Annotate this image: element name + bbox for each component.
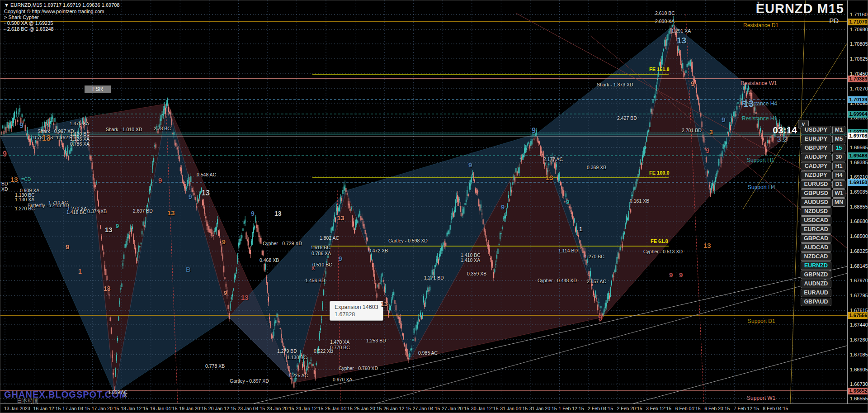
time-tick-label: 24 Jan 12:15 (296, 406, 324, 411)
time-tick-label: 1 Feb 12:15 (558, 406, 584, 411)
indicator-name-line: > Shark Cypher (4, 14, 39, 20)
time-tick-label: 23 Jan 20:15 (267, 406, 294, 411)
symbol-button-gbpcad[interactable]: GBPCAD (801, 234, 831, 243)
timeframe-button-mn[interactable]: MN (832, 198, 845, 207)
symbol-button-eurjpy[interactable]: EURJPY (801, 135, 831, 143)
chart-shift-marker-icon[interactable]: ▼ (756, 0, 760, 5)
price-tick-label: 1.71160 (850, 12, 868, 17)
price-level-badge: 1.69468 (848, 152, 868, 159)
price-tick-label: 1.66730 (850, 381, 868, 387)
time-axis[interactable]: 13 Jan 202316 Jan 12:1517 Jan 04:1517 Ja… (0, 404, 868, 413)
time-tick-label: 31 Jan 04:15 (500, 406, 528, 411)
price-tick-label: 1.67440 (850, 322, 868, 328)
indicator-level-line-1: - 0.500 XA @ 1.69235 (4, 20, 53, 26)
symbol-button-audcad[interactable]: AUDCAD (801, 243, 831, 252)
time-tick-label: 8 Feb 04:15 (763, 406, 788, 411)
symbol-button-audjpy[interactable]: AUDJPY (801, 153, 831, 161)
symbol-button-gbpaud[interactable]: GBPAUD (801, 298, 831, 306)
symbol-button-nzdusd[interactable]: NZDUSD (801, 207, 831, 216)
copyright-line: Copyright © http://www.pointzero-trading… (4, 9, 104, 14)
time-tick-label: 26 Jan 12:15 (383, 406, 411, 411)
price-tick-label: 1.68855 (850, 204, 868, 209)
time-tick-label: 23 Jan 04:15 (237, 406, 265, 411)
symbol-button-audnzd[interactable]: AUDNZD (801, 280, 831, 288)
symbol-button-gbpjpy[interactable]: GBPJPY (801, 144, 831, 152)
symbol-button-nzdjpy[interactable]: NZDJPY (801, 171, 831, 180)
price-tick-label: 1.70625 (850, 56, 868, 62)
timeframe-button-d1[interactable]: D1 (832, 180, 845, 189)
price-tick-label: 1.68500 (850, 233, 868, 239)
symbol-button-eurusd[interactable]: EURUSD (801, 180, 831, 189)
time-tick-label: 2 Feb 20:15 (617, 406, 642, 411)
time-tick-label: 18 Jan 12:15 (121, 406, 148, 411)
time-tick-label: 25 Jan 04:15 (325, 406, 353, 411)
symbol-button-gbpnzd[interactable]: GBPNZD (801, 271, 831, 279)
price-level-badge: 1.69708 (848, 133, 868, 139)
price-tick-label: 1.67085 (850, 352, 868, 357)
timeframe-button-30[interactable]: 30 (832, 153, 845, 161)
symbol-button-nzdcad[interactable]: NZDCAD (801, 252, 831, 261)
candlestick-chart[interactable] (0, 0, 847, 404)
price-tick-label: 1.69035 (850, 189, 868, 195)
time-tick-label: 20 Jan 12:15 (208, 406, 236, 411)
time-tick-label: 13 Jan 2023 (4, 406, 30, 411)
indicator-level-line-2: - 2.618 BC @ 1.69248 (4, 26, 54, 32)
time-tick-label: 6 Feb 04:15 (675, 406, 701, 411)
symbol-watermark: EURNZD M15 (756, 1, 844, 16)
time-tick-label: 2 Feb 04:15 (588, 406, 613, 411)
price-tick-label: 1.70805 (850, 41, 868, 47)
timeframe-button-m1[interactable]: M1 (832, 126, 845, 134)
symbol-button-usdjpy[interactable]: USDJPY (801, 126, 831, 134)
price-tick-label: 1.68325 (850, 248, 868, 254)
chart-title-bar: ▼ EURNZD,M15 1.69717 1.69719 1.69636 1.6… (4, 2, 120, 8)
price-level-badge: 1.66652 (848, 388, 868, 394)
symbol-dropdown-icon[interactable]: ▼ (4, 2, 9, 8)
expansion-tooltip: Expansion 14603 1.67828 (330, 301, 383, 321)
timeframe-button-15[interactable]: 15 (832, 144, 845, 152)
price-level-badge: 1.71070 (848, 19, 868, 25)
time-tick-label: 27 Jan 04:15 (413, 406, 440, 411)
price-tick-label: 1.70270 (850, 86, 868, 91)
price-tick-label: 1.66905 (850, 367, 868, 372)
price-tick-label: 1.68145 (850, 263, 868, 269)
time-tick-label: 19 Jan 04:15 (150, 406, 178, 411)
symbol-button-usdcad[interactable]: USDCAD (801, 216, 831, 225)
candle-countdown-clock: 03:14 (764, 125, 797, 136)
fsr-button[interactable]: FSR (85, 85, 111, 93)
timeframe-button-w1[interactable]: W1 (832, 189, 845, 198)
time-tick-label: 31 Jan 20:15 (529, 406, 557, 411)
symbol-button-cadjpy[interactable]: CADJPY (801, 162, 831, 171)
symbol-button-gbpusd[interactable]: GBPUSD (801, 189, 831, 198)
price-level-badge: 1.69964 (848, 111, 868, 118)
time-tick-label: 27 Jan 20:15 (442, 406, 469, 411)
time-tick-label: 7 Feb 12:15 (734, 406, 759, 411)
timeframe-button-h4[interactable]: H4 (832, 171, 845, 180)
price-level-badge: 1.67556 (848, 312, 868, 319)
period-watermark: PD (829, 17, 839, 24)
time-tick-label: 30 Jan 12:15 (471, 406, 499, 411)
time-tick-label: 17 Jan 20:15 (92, 406, 119, 411)
symbol-button-euraud[interactable]: EURAUD (801, 289, 831, 297)
time-tick-label: 6 Feb 20:15 (704, 406, 730, 411)
price-level-badge: 1.69150 (848, 179, 868, 186)
tooltip-value: 1.67828 (335, 311, 378, 318)
timeframe-button-m5[interactable]: M5 (832, 135, 845, 143)
spread-value: 3.2 (764, 136, 787, 144)
timeframe-button-h1[interactable]: H1 (832, 162, 845, 171)
chart-title-ohlc: EURNZD,M15 1.69717 1.69719 1.69636 1.697… (10, 2, 120, 8)
price-axis[interactable]: 1.711601.709801.708051.706251.704501.702… (847, 0, 868, 404)
price-tick-label: 1.68680 (850, 218, 868, 224)
price-level-badge: 1.70139 (848, 96, 868, 103)
price-tick-label: 1.69565 (850, 145, 868, 150)
symbol-button-audusd[interactable]: AUDUSD (801, 198, 831, 207)
chart-area[interactable] (0, 0, 847, 404)
price-level-badge: 1.70389 (848, 76, 868, 82)
price-tick-label: 1.67260 (850, 337, 868, 342)
symbol-button-eurcad[interactable]: EURCAD (801, 225, 831, 234)
time-tick-label: 3 Feb 12:15 (646, 406, 671, 411)
price-tick-label: 1.67970 (850, 278, 868, 283)
mt4-chart-window: ▼ EURNZD,M15 1.69717 1.69719 1.69636 1.6… (0, 0, 868, 413)
time-tick-label: 17 Jan 04:15 (62, 406, 90, 411)
time-tick-label: 19 Jan 20:15 (179, 406, 207, 411)
symbol-button-eurnzd[interactable]: EURNZD (801, 261, 831, 270)
